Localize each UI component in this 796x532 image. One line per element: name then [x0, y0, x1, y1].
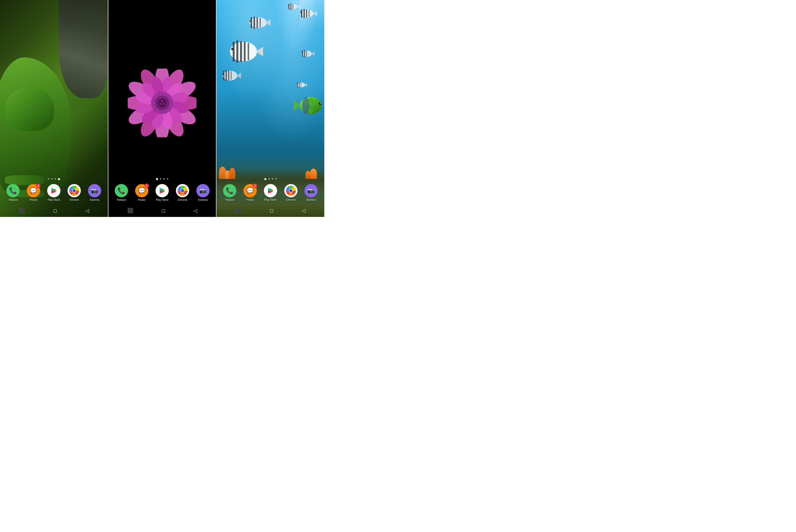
fish-tiny-1 [287, 2, 300, 11]
app-pesan-3[interactable]: 1 Pesan [243, 184, 257, 201]
app-pesan[interactable]: 1 Pesan [27, 184, 40, 201]
recent-apps-icon[interactable]: ⬛ [19, 208, 25, 213]
message-icon-2: 1 [135, 184, 148, 197]
dot-2 [160, 178, 161, 179]
kamera-label: Kamera [90, 198, 100, 201]
app-playstore-3[interactable]: Play Store [264, 184, 277, 201]
telepon-label-3: Telepon [225, 198, 235, 201]
svg-marker-81 [237, 72, 241, 79]
svg-marker-101 [305, 83, 307, 87]
page-indicators-2 [108, 178, 216, 180]
app-telepon[interactable]: Telepon [6, 184, 20, 201]
pesan-label: Pesan [30, 198, 37, 201]
telepon-label: Telepon [8, 198, 18, 201]
svg-point-102 [296, 83, 297, 84]
app-kamera-2[interactable]: Kamera [196, 184, 210, 201]
dot-4 [167, 178, 168, 179]
svg-point-111 [289, 189, 292, 192]
home-icon-2[interactable]: ◻ [161, 208, 166, 213]
dot-1-active-3 [264, 178, 266, 180]
back-icon-2[interactable]: ◁ [193, 208, 197, 213]
app-telepon-2[interactable]: Telepon [115, 184, 128, 201]
chrome-icon [68, 184, 81, 197]
app-chrome[interactable]: Chrome [68, 184, 81, 201]
kamera-label-3: Kamera [306, 198, 316, 201]
svg-point-55 [231, 48, 234, 50]
recent-apps-icon-3[interactable]: ⬛ [235, 208, 241, 213]
playstore-label: Play Store [48, 198, 60, 201]
fish-small-2 [301, 49, 314, 58]
phone-icon-2 [115, 184, 128, 197]
dot-3-3 [272, 178, 273, 179]
pesan-label-2: Pesan [138, 198, 145, 201]
app-dock: Telepon 1 Pesan [0, 184, 108, 203]
svg-point-38 [160, 103, 161, 105]
svg-point-47 [181, 189, 184, 192]
recent-apps-icon-2[interactable]: ⬛ [127, 208, 133, 213]
dock-area: Telepon 1 Pesan [0, 178, 108, 205]
fish-green-large [294, 93, 323, 118]
page-indicators [0, 178, 108, 180]
app-playstore-2[interactable]: Play Store [156, 184, 169, 201]
message-badge-2: 1 [144, 184, 149, 188]
phone-icon [6, 184, 20, 197]
app-chrome-2[interactable]: Chrome [176, 184, 189, 201]
navigation-bar: ⬛ ◻ ◁ [0, 205, 108, 217]
fish-large [229, 37, 263, 66]
kamera-label-2: Kamera [198, 198, 208, 201]
home-icon-3[interactable]: ◻ [270, 208, 274, 213]
app-dock-3: Telepon 1 Pesan [216, 184, 324, 203]
playstore-label-3: Play Store [264, 198, 277, 201]
camera-icon-3 [304, 184, 318, 197]
svg-point-8 [73, 189, 76, 192]
svg-point-76 [222, 71, 237, 80]
dot-3 [55, 178, 56, 179]
playstore-icon-3 [264, 184, 277, 197]
message-icon-3: 1 [243, 184, 257, 197]
message-badge: 1 [36, 184, 40, 188]
app-playstore[interactable]: Play Store [47, 184, 60, 201]
camera-icon-2 [196, 184, 210, 197]
svg-point-35 [158, 99, 167, 108]
dot-2-3 [268, 178, 270, 179]
navigation-bar-2: ⬛ ◻ ◁ [108, 205, 216, 217]
svg-marker-54 [256, 46, 263, 56]
dot-4-active [58, 178, 60, 180]
dot-4-3 [275, 178, 277, 179]
svg-point-82 [222, 73, 224, 75]
chrome-icon-3 [284, 184, 297, 197]
back-icon[interactable]: ◁ [85, 208, 89, 213]
message-icon: 1 [27, 184, 40, 197]
fish-small-1 [300, 7, 317, 20]
dock-area-2: Telepon 1 Pesan [108, 178, 216, 205]
fish-medium [248, 15, 271, 31]
dock-area-3: Telepon 1 Pesan [216, 178, 324, 205]
svg-point-75 [288, 5, 289, 6]
app-telepon-3[interactable]: Telepon [223, 184, 236, 201]
fish-medium-2 [221, 69, 241, 82]
app-pesan-2[interactable]: 1 Pesan [135, 184, 148, 201]
chrome-label: Chrome [70, 198, 79, 201]
app-kamera[interactable]: Kamera [88, 184, 101, 201]
svg-point-62 [250, 20, 251, 22]
pesan-label-3: Pesan [246, 198, 254, 201]
svg-point-89 [319, 102, 322, 105]
playstore-icon [47, 184, 60, 197]
chrome-icon-2 [176, 184, 189, 197]
svg-point-69 [300, 12, 302, 13]
back-icon-3[interactable]: ◁ [302, 208, 305, 213]
playstore-icon-2 [156, 184, 169, 197]
page-indicators-3 [216, 178, 324, 180]
app-kamera-3[interactable]: Kamera [304, 184, 318, 201]
message-badge-3: 1 [253, 184, 257, 188]
home-icon[interactable]: ◻ [53, 208, 57, 213]
telepon-label-2: Telepon [117, 198, 126, 201]
svg-point-37 [163, 103, 165, 105]
svg-point-90 [320, 103, 321, 104]
svg-marker-68 [313, 11, 317, 16]
screen-underwater: Telepon 1 Pesan [216, 0, 324, 217]
app-chrome-3[interactable]: Chrome [284, 184, 297, 201]
svg-marker-61 [266, 19, 271, 26]
svg-point-36 [161, 100, 163, 102]
svg-marker-95 [311, 52, 314, 56]
